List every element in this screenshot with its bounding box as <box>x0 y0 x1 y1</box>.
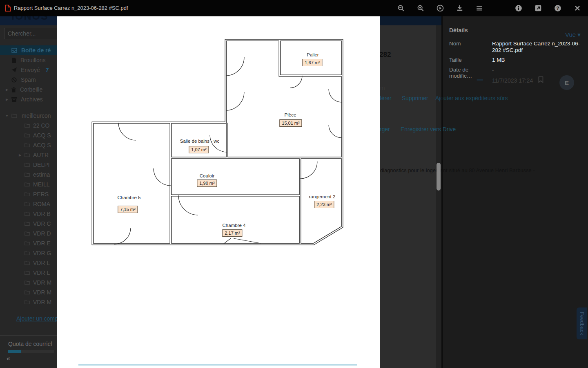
floorplan-drawing <box>57 16 380 368</box>
quota-bar-fill <box>8 350 21 353</box>
open-in-new-button[interactable] <box>535 4 543 12</box>
help-button[interactable]: ? <box>554 4 562 12</box>
pdf-file-icon <box>5 4 11 13</box>
quota-label: Quota de courriel <box>8 341 57 347</box>
slideshow-button[interactable] <box>437 4 445 12</box>
folder-icon <box>24 290 30 294</box>
sent-count-badge: 7 <box>46 67 49 73</box>
forward-link[interactable]: férer <box>380 95 392 101</box>
sidebar-subfolder-item[interactable]: ACQ S <box>0 130 57 140</box>
room-label: Chambre 4 <box>223 223 246 228</box>
detail-row-name: Nom Rapport Surface Carrez n_2023-06-282… <box>449 40 585 54</box>
menu-button[interactable] <box>476 4 484 12</box>
sidebar-subfolder-item[interactable]: VDR M <box>0 297 57 307</box>
room-label: Salle de bains - wc <box>180 139 220 144</box>
sidebar-subfolder-item[interactable]: MEILL <box>0 180 57 189</box>
view-menu-button[interactable]: Vue ▾ <box>565 31 581 38</box>
add-account-link[interactable]: Ajouter un compt <box>16 315 57 322</box>
sidebar-item-spam[interactable]: Spam <box>0 75 57 85</box>
sidebar-item-archives[interactable]: ▶ Archives <box>0 94 57 104</box>
quota-section: Quota de courriel <box>0 335 57 353</box>
email-header-left: IONOS <box>0 16 57 25</box>
folder-list: Boîte de ré Brouillons Envoyé 7 Spam ▶ C… <box>0 45 57 322</box>
sidebar-item-account-folder[interactable]: ▼ meilleurcon <box>0 111 57 121</box>
svg-text:?: ? <box>557 6 559 11</box>
folder-icon <box>24 192 30 196</box>
sidebar-subfolder-item[interactable]: ROMA <box>0 199 57 209</box>
sidebar-subfolder-item[interactable]: VDR D <box>0 229 57 238</box>
sidebar-subfolder-item[interactable]: VDR M <box>0 278 57 287</box>
room-area-badge: 2,23 m² <box>314 201 334 208</box>
folder-icon <box>24 212 30 216</box>
sidebar-item-sent[interactable]: Envoyé 7 <box>0 65 57 75</box>
folder-icon <box>24 261 30 265</box>
sidebar-collapse-button[interactable]: « <box>7 355 10 362</box>
sidebar-item-trash[interactable]: ▶ Corbeille <box>0 85 57 94</box>
folder-icon <box>24 271 30 275</box>
folder-icon <box>24 182 30 186</box>
email-scrollbar-thumb[interactable] <box>437 163 441 191</box>
save-to-drive-link[interactable]: Enregistrer vers Drive <box>401 126 456 132</box>
sidebar-subfolder-item[interactable]: ▶ AUTR <box>0 150 57 160</box>
email-scrollbar-track[interactable] <box>436 25 441 368</box>
draft-icon <box>11 58 16 63</box>
trash-icon <box>11 87 16 92</box>
delete-link[interactable]: Supprimer <box>402 95 428 101</box>
send-icon <box>11 67 17 72</box>
sidebar-subfolder-item[interactable]: VDR B <box>0 209 57 219</box>
sidebar-item-drafts[interactable]: Brouillons <box>0 55 57 65</box>
sidebar-subfolder-item[interactable]: ACQ S <box>0 140 57 150</box>
download-link[interactable]: rger <box>380 126 390 132</box>
email-sidebar: Boîte de ré Brouillons Envoyé 7 Spam ▶ C… <box>0 25 57 368</box>
chevron-down-icon: ▾ <box>577 31 581 38</box>
sidebar-subfolder-item[interactable]: estima <box>0 170 57 180</box>
email-content-dimmed <box>380 25 443 368</box>
folder-icon <box>24 202 30 206</box>
sidebar-subfolder-item[interactable]: DELPI <box>0 160 57 170</box>
folder-icon <box>24 143 30 147</box>
divider <box>0 335 57 336</box>
folder-icon <box>24 123 30 128</box>
inbox-icon <box>11 48 17 53</box>
expand-caret-icon[interactable]: ▶ <box>5 98 9 101</box>
email-subject-fragment: 282 <box>379 51 391 59</box>
room-area-badge: 15,01 m² <box>279 119 302 127</box>
sidebar-item-inbox[interactable]: Boîte de ré <box>0 45 57 55</box>
sidebar-subfolder-item[interactable]: 22 CO <box>0 121 57 130</box>
folder-icon <box>24 251 30 255</box>
sidebar-subfolder-item[interactable]: VDR M <box>0 287 57 297</box>
sidebar-subfolder-item[interactable]: VDR C <box>0 219 57 229</box>
safe-senders-link[interactable]: Ajouter aux expéditeurs sûrs <box>435 95 508 101</box>
room-label: Pièce <box>285 112 296 117</box>
sidebar-subfolder-item[interactable]: PERS <box>0 189 57 199</box>
sidebar-subfolder-item[interactable]: VDR G <box>0 248 57 258</box>
close-button[interactable] <box>574 4 582 12</box>
panel-edge-divider <box>441 16 443 368</box>
document-title: Rapport Surface Carrez n_2023-06-282 #SC… <box>14 5 128 11</box>
archive-icon <box>11 97 17 102</box>
sidebar-subfolder-item[interactable]: VDR E <box>0 238 57 248</box>
search-input[interactable] <box>4 28 57 39</box>
download-button[interactable] <box>456 4 464 12</box>
folder-icon <box>24 300 30 304</box>
pdf-page: Palier 1,67 m² Pièce 15,01 m² Salle de b… <box>57 16 380 368</box>
room-area-badge: 7,15 m² <box>118 206 138 213</box>
info-button[interactable] <box>515 4 523 12</box>
feedback-tab[interactable]: Feedback <box>577 307 587 339</box>
room-area-badge: 1,07 m² <box>189 146 209 153</box>
folder-icon <box>24 153 30 157</box>
pdf-footer-rule <box>78 364 357 366</box>
expand-caret-icon[interactable]: ▶ <box>5 88 9 92</box>
folder-icon <box>24 163 30 167</box>
folder-icon <box>24 133 30 137</box>
sidebar-subfolder-item[interactable]: VDR L <box>0 258 57 268</box>
folder-icon <box>24 222 30 226</box>
bookmark-icon[interactable] <box>538 76 543 85</box>
sidebar-subfolder-item[interactable]: VDR L <box>0 268 57 278</box>
room-label: rangement 2 <box>309 194 336 199</box>
zoom-in-button[interactable] <box>417 4 425 12</box>
zoom-out-button[interactable] <box>397 4 405 12</box>
detail-row-size: Taille 1 MB <box>449 57 585 63</box>
room-label: Couloir <box>200 173 214 178</box>
collapse-caret-icon[interactable]: ▼ <box>5 114 9 118</box>
